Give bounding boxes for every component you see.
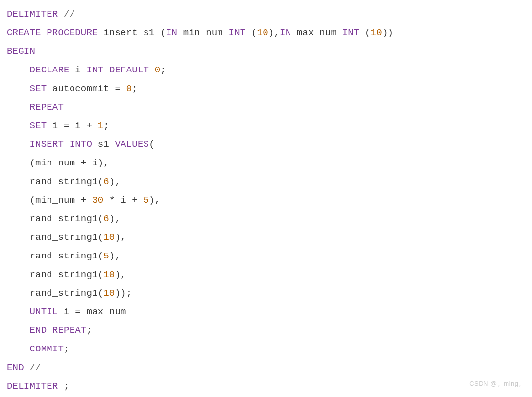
token: SET	[29, 83, 47, 94]
token: 6	[103, 176, 109, 187]
token: INT	[229, 27, 246, 38]
token: =	[64, 120, 70, 131]
token: END	[7, 362, 24, 373]
token: ;	[132, 83, 138, 94]
token: 10	[371, 27, 382, 38]
token: INT	[342, 27, 360, 38]
token: ;	[160, 65, 166, 75]
token: 6	[103, 213, 109, 224]
token: END	[29, 325, 47, 336]
token: autocommit	[52, 83, 109, 94]
token: ),	[268, 27, 280, 38]
token: COMMIT	[29, 344, 64, 354]
token: 30	[92, 195, 103, 206]
token: *	[109, 195, 115, 206]
token: UNTIL	[29, 306, 58, 317]
token: //	[64, 9, 75, 20]
token: i	[75, 65, 81, 75]
token: (	[365, 27, 371, 38]
token: INTO	[70, 139, 92, 150]
token: ),	[149, 195, 160, 206]
token: =	[115, 83, 121, 94]
token: +	[87, 120, 93, 131]
token: i	[64, 306, 70, 317]
token: IN	[166, 27, 177, 38]
token: +	[81, 195, 87, 206]
token: 0	[155, 65, 161, 75]
token: CREATE	[7, 27, 41, 38]
token: 10	[103, 269, 115, 280]
token: ),	[109, 213, 121, 224]
token: ;	[103, 120, 109, 131]
token: (min_num	[29, 195, 75, 206]
token: //	[29, 362, 41, 373]
token: rand_string1(	[29, 176, 103, 187]
token: ),	[115, 269, 126, 280]
watermark: CSDN @。ming。	[469, 374, 525, 393]
token: REPEAT	[52, 325, 87, 336]
token: rand_string1(	[29, 288, 103, 299]
token: i),	[92, 158, 109, 168]
token: min_num	[183, 27, 223, 38]
token: DECLARE	[29, 65, 69, 75]
token: rand_string1(	[29, 213, 103, 224]
token: ;	[64, 381, 70, 392]
token: ),	[109, 251, 121, 261]
token: ),	[115, 232, 126, 243]
token: 10	[103, 288, 115, 299]
token: INSERT	[29, 139, 64, 150]
token: ))	[382, 27, 393, 38]
code-block: DELIMITER // CREATE PROCEDURE insert_s1 …	[7, 5, 525, 396]
token: 5	[103, 251, 109, 261]
token: SET	[29, 120, 47, 131]
token: 5	[144, 195, 149, 206]
token: =	[75, 306, 81, 317]
token: 1	[98, 120, 104, 131]
token: ;	[86, 325, 92, 336]
token: REPEAT	[29, 102, 64, 113]
token: s1	[98, 139, 109, 150]
token: rand_string1(	[29, 232, 103, 243]
token: VALUES	[115, 139, 149, 150]
token: (	[160, 27, 166, 38]
token: IN	[280, 27, 291, 38]
token: DELIMITER	[7, 9, 58, 20]
token: i	[52, 120, 58, 131]
token: (	[149, 139, 155, 150]
token: insert_s1	[103, 27, 154, 38]
token: ),	[109, 176, 121, 187]
token: 0	[126, 83, 132, 94]
token: ));	[115, 288, 132, 299]
token: (	[251, 27, 257, 38]
token: rand_string1(	[29, 251, 103, 261]
token: PROCEDURE	[47, 27, 97, 38]
token: DEFAULT	[109, 65, 149, 75]
token: 10	[103, 232, 115, 243]
token: ;	[64, 344, 70, 354]
token: BEGIN	[7, 46, 35, 57]
token: INT	[86, 65, 103, 75]
token: max_num	[86, 306, 126, 317]
token: DELIMITER	[7, 381, 58, 392]
token: +	[132, 195, 138, 206]
token: 10	[257, 27, 268, 38]
token: i	[121, 195, 126, 206]
token: +	[81, 158, 87, 168]
token: (min_num	[29, 158, 75, 168]
token: i	[75, 120, 81, 131]
token: rand_string1(	[29, 269, 103, 280]
token: max_num	[297, 27, 337, 38]
